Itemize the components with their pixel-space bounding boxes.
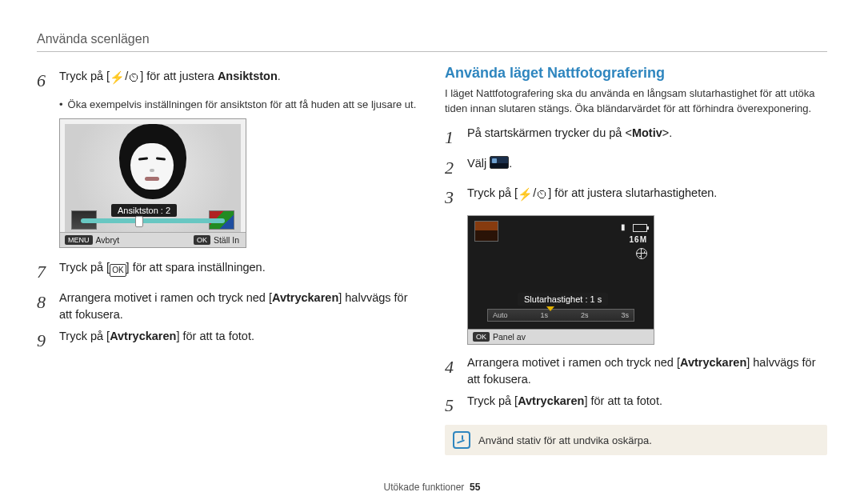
text-bold: Avtryckaren — [680, 356, 746, 369]
timer-icon: ⏲ — [128, 69, 140, 86]
ok-key: OK — [473, 332, 490, 342]
step-6: 6 Tryck på [⚡/⏲] för att justera Ansikts… — [37, 68, 419, 94]
step-number: 3 — [445, 185, 461, 210]
step-number: 4 — [445, 354, 461, 388]
note-text: Använd stativ för att undvika oskärpa. — [478, 434, 652, 446]
ok-key-label: Ställ In — [214, 235, 239, 245]
night-shot-preview: ▮ 16M Slutarhastighet : 1 s Auto 1s 2s 3… — [467, 215, 654, 345]
step-number: 9 — [37, 328, 53, 354]
text-bold: Avtryckaren — [272, 291, 338, 304]
text: På startskärmen trycker du på < — [467, 126, 632, 139]
text: ] för att justera slutarhastigheten. — [548, 186, 717, 199]
step-1: 1 På startskärmen trycker du på <Motiv>. — [445, 125, 827, 150]
shutter-label: Slutarhastighet : 1 s — [518, 293, 608, 306]
slider-label: Ansiktston : 2 — [111, 204, 177, 217]
text: Tryck på [ — [59, 330, 110, 342]
step-number: 8 — [37, 290, 53, 323]
page-number: 55 — [470, 482, 480, 493]
step-5: 5 Tryck på [Avtryckaren] för att ta foto… — [445, 393, 827, 418]
ruler-tick: 2s — [581, 311, 589, 319]
globe-icon — [636, 248, 647, 259]
step-4: 4 Arrangera motivet i ramen och tryck ne… — [445, 354, 827, 388]
text: Tryck på [ — [467, 394, 518, 407]
ok-key-label: Panel av — [493, 332, 526, 342]
text: Tryck på [ — [59, 70, 110, 82]
shutter-ruler[interactable]: Auto 1s 2s 3s — [487, 309, 634, 322]
resolution-indicator: 16M — [630, 235, 647, 244]
page-footer: Utökade funktioner 55 — [0, 482, 864, 493]
text-bold: Avtryckaren — [518, 394, 584, 407]
step-3: 3 Tryck på [⚡/⏲] för att justera slutarh… — [445, 185, 827, 210]
flash-icon: ⚡ — [110, 69, 125, 86]
ruler-tick: 3s — [621, 311, 629, 319]
step-9: 9 Tryck på [Avtryckaren] för att ta foto… — [37, 328, 419, 354]
step-number: 1 — [445, 125, 461, 150]
step-2: 2 Välj . — [445, 155, 827, 181]
text-bold: Motiv — [632, 126, 662, 139]
text: >. — [662, 126, 673, 139]
indicator-stack: ▮ 16M — [621, 221, 647, 259]
manual-page: Använda scenlägen 6 Tryck på [⚡/⏲] för a… — [0, 0, 864, 504]
battery-icon — [633, 224, 647, 232]
text: Arrangera motivet i ramen och tryck ned … — [59, 291, 272, 304]
face-tone-preview: Ansiktston : 2 MENU Avbryt OK Ställ In — [59, 118, 246, 248]
step-7: 7 Tryck på [OK] för att spara inställnin… — [37, 259, 419, 285]
step-number: 6 — [37, 68, 53, 94]
preview-softkeys: MENU Avbryt OK Ställ In — [60, 232, 246, 247]
text-bold: Ansiktston — [218, 70, 278, 82]
text: Öka exempelvis inställningen för ansikts… — [68, 98, 417, 110]
text: . — [278, 70, 281, 82]
menu-key-label: Avbryt — [96, 235, 120, 245]
step-number: 7 — [37, 259, 53, 285]
ok-icon: OK — [110, 264, 126, 277]
ruler-tick: Auto — [493, 311, 508, 319]
text: Arrangera motivet i ramen och tryck ned … — [467, 356, 680, 369]
right-column: Använda läget Nattfotografering I läget … — [445, 65, 827, 455]
ruler-tick: 1s — [540, 311, 548, 319]
text: Välj — [467, 157, 490, 170]
page-header: Använda scenlägen — [37, 32, 827, 52]
tone-slider[interactable] — [81, 218, 225, 223]
text: Tryck på [ — [59, 261, 110, 274]
ok-key: OK — [194, 235, 210, 245]
info-note: Använd stativ för att undvika oskärpa. — [445, 425, 827, 455]
bullet-dot: • — [59, 98, 63, 110]
text: . — [509, 157, 512, 170]
section-desc: I läget Nattfotografering ska du använda… — [445, 86, 827, 117]
footer-text: Utökade funktioner — [384, 482, 465, 493]
step-6-bullet: • Öka exempelvis inställningen för ansik… — [59, 98, 419, 110]
step-number: 5 — [445, 393, 461, 418]
text: ] för att spara inställningen. — [126, 261, 266, 274]
text: ] för att justera — [140, 70, 218, 82]
note-icon — [453, 431, 470, 449]
timer-icon: ⏲ — [536, 186, 548, 203]
step-8: 8 Arrangera motivet i ramen och tryck ne… — [37, 290, 419, 323]
slider-knob[interactable] — [135, 216, 143, 227]
flash-icon: ⚡ — [518, 186, 533, 203]
text-bold: Avtryckaren — [110, 330, 176, 342]
section-title: Använda läget Nattfotografering — [445, 65, 827, 82]
left-column: 6 Tryck på [⚡/⏲] för att justera Ansikts… — [37, 65, 419, 455]
menu-key: MENU — [65, 235, 93, 245]
step-number: 2 — [445, 155, 461, 181]
text: ] för att ta fotot. — [584, 394, 662, 407]
preview-softkeys: OK Panel av — [468, 329, 654, 344]
text: Tryck på [ — [467, 186, 518, 199]
last-shot-thumb — [474, 221, 498, 242]
face-illustration — [116, 124, 190, 204]
night-mode-icon — [490, 156, 509, 169]
text: ] för att ta fotot. — [176, 330, 254, 342]
